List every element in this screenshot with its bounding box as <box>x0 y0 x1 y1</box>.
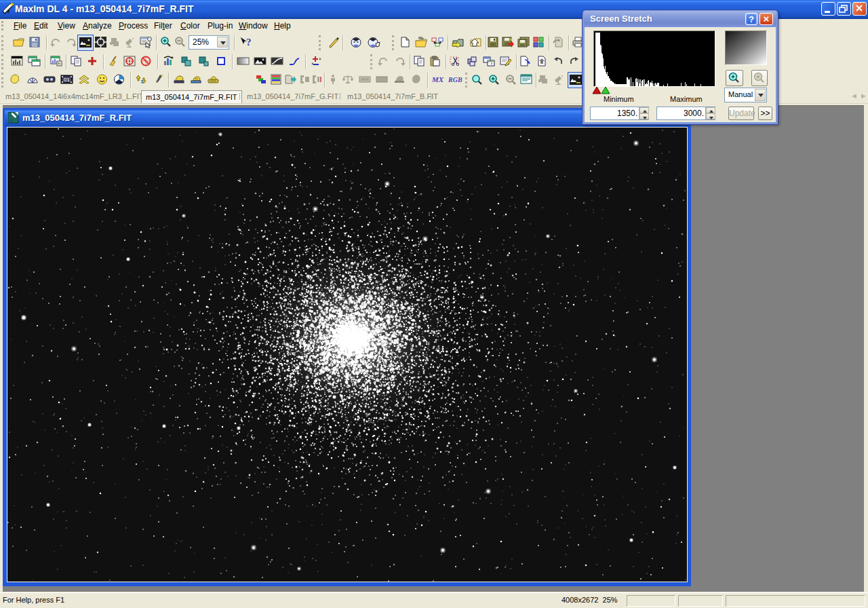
svg-text:01: 01 <box>64 77 70 83</box>
svg-text:RGB: RGB <box>448 76 462 83</box>
svg-text:MX: MX <box>431 75 444 83</box>
svg-text:?: ? <box>246 37 252 48</box>
